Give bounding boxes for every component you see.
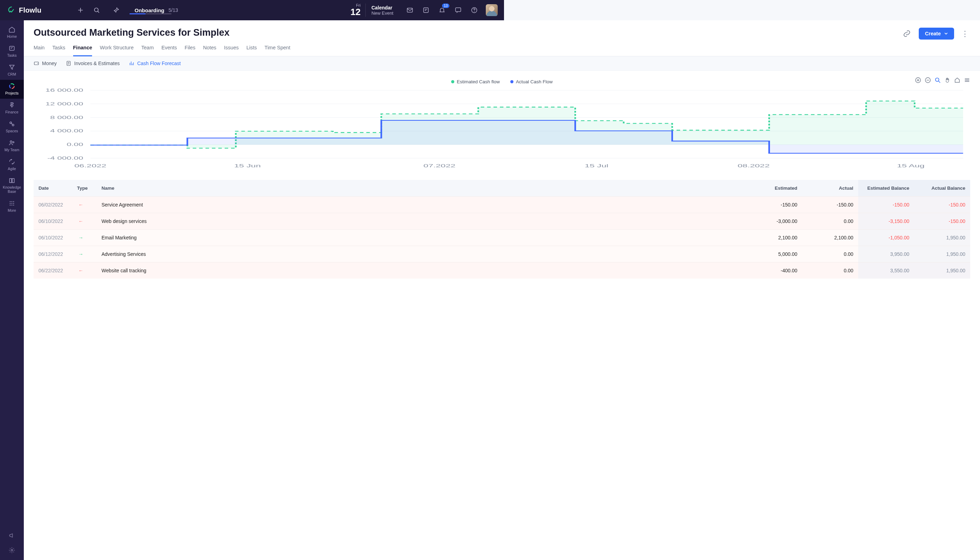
search-icon <box>93 7 100 13</box>
cell-date: 06/10/2022 <box>33 230 72 246</box>
subtab-invoices[interactable]: Invoices & Estimates <box>66 60 120 66</box>
table-row[interactable]: 06/10/2022←Web design services-3,000.000… <box>33 213 504 230</box>
tab-work-structure[interactable]: Work Structure <box>100 45 133 56</box>
date-day: 12 <box>350 7 360 17</box>
chat-button[interactable] <box>453 6 463 15</box>
tasks-icon <box>8 45 15 52</box>
subtab-label: Invoices & Estimates <box>74 60 120 66</box>
svg-text:15 Jun: 15 Jun <box>234 163 261 168</box>
sidebar-item-finance[interactable]: Finance <box>0 99 24 118</box>
date-block[interactable]: Fri 12 <box>350 3 366 17</box>
table-row[interactable]: 06/10/2022→Email Marketing2,100.002,100.… <box>33 230 504 246</box>
tab-files[interactable]: Files <box>185 45 196 56</box>
notifications-button[interactable]: 13 <box>438 6 447 15</box>
project-tabs: MainTasksFinanceWork StructureTeamEvents… <box>24 40 504 57</box>
funnel-icon <box>8 64 15 71</box>
svg-text:-4 000.00: -4 000.00 <box>47 156 83 160</box>
th-date[interactable]: Date <box>33 180 72 197</box>
chat-icon <box>455 7 462 13</box>
sidebar-item-more[interactable]: More <box>0 197 24 216</box>
th-name[interactable]: Name <box>97 180 504 197</box>
user-avatar[interactable] <box>486 4 498 16</box>
cash-flow-table: Date Type Name Estimated Actual Estimate… <box>33 180 504 278</box>
cell-type: → <box>72 246 97 262</box>
help-button[interactable] <box>470 6 479 15</box>
home-icon <box>8 26 15 33</box>
svg-point-25 <box>37 63 38 64</box>
arrow-right-icon: → <box>77 251 85 257</box>
svg-point-20 <box>10 205 11 206</box>
calendar-block[interactable]: Calendar New Event <box>372 5 393 16</box>
sidebar-item-label: More <box>8 208 16 212</box>
agile-icon <box>8 158 15 165</box>
arrow-left-icon: ← <box>77 218 85 224</box>
tab-team[interactable]: Team <box>142 45 153 56</box>
sidebar-item-agile[interactable]: Agile <box>0 155 24 174</box>
sidebar-item-label: Projects <box>5 91 18 95</box>
cell-name: Web design services <box>97 213 504 230</box>
svg-text:8 000.00: 8 000.00 <box>50 115 83 120</box>
subtab-label: Money <box>42 60 57 66</box>
subtab-label: Cash Flow Forecast <box>137 60 181 66</box>
inbox-button[interactable] <box>405 6 414 15</box>
sidebar-item-home[interactable]: Home <box>0 23 24 42</box>
grid-icon <box>8 200 15 207</box>
tab-finance[interactable]: Finance <box>73 45 92 57</box>
table-header-row: Date Type Name Estimated Actual Estimate… <box>33 180 504 197</box>
sidebar-item-kb[interactable]: Knowledge Base <box>0 174 24 197</box>
cell-date: 06/22/2022 <box>33 262 72 279</box>
brand-name: Flowlu <box>19 6 42 14</box>
tab-events[interactable]: Events <box>162 45 177 56</box>
pin-button[interactable] <box>112 6 121 15</box>
sidebar-item-label: Knowledge Base <box>0 185 24 193</box>
notepad-button[interactable] <box>422 6 430 15</box>
cell-type: ← <box>72 197 97 213</box>
subtab-money[interactable]: Money <box>33 60 57 66</box>
table-row[interactable]: 06/22/2022←Website call tracking-400.000… <box>33 262 504 279</box>
sidebar-item-tasks[interactable]: Tasks <box>0 42 24 61</box>
add-button[interactable] <box>76 6 85 15</box>
tab-tasks[interactable]: Tasks <box>52 45 65 56</box>
calendar-new-event: New Event <box>372 10 393 16</box>
legend-estimated[interactable]: Estimated Cash flow <box>451 79 500 84</box>
svg-text:06.2022: 06.2022 <box>74 163 107 168</box>
svg-point-12 <box>10 141 12 142</box>
table-row[interactable]: 06/02/2022←Service Agreement-150.00-150.… <box>33 197 504 213</box>
tab-notes[interactable]: Notes <box>203 45 216 56</box>
sidebar-item-label: Agile <box>8 167 16 171</box>
search-button[interactable] <box>92 6 101 15</box>
arrow-left-icon: ← <box>77 268 85 273</box>
note-icon <box>422 7 430 13</box>
sidebar-item-projects[interactable]: Projects <box>0 80 24 99</box>
svg-point-22 <box>13 205 14 206</box>
svg-point-16 <box>13 201 14 202</box>
sidebar-item-myteam[interactable]: My Team <box>0 137 24 155</box>
cell-type: → <box>72 230 97 246</box>
tab-issues[interactable]: Issues <box>224 45 239 56</box>
subtab-cash-flow-forecast[interactable]: Cash Flow Forecast <box>129 60 181 66</box>
tab-lists[interactable]: Lists <box>247 45 257 56</box>
onboarding-count: 5/13 <box>169 7 178 13</box>
chart-legend: Estimated Cash flow Actual Cash Flow <box>451 79 504 84</box>
tab-time-spent[interactable]: Time Spent <box>265 45 290 56</box>
cell-date: 06/10/2022 <box>33 213 72 230</box>
svg-point-13 <box>13 142 14 143</box>
sidebar-item-label: CRM <box>8 72 16 76</box>
svg-rect-6 <box>10 46 14 50</box>
brand[interactable]: Flowlu <box>8 6 42 14</box>
invoice-icon <box>66 60 72 66</box>
spaces-icon <box>8 120 15 127</box>
svg-text:0.00: 0.00 <box>67 142 83 147</box>
sidebar-item-crm[interactable]: CRM <box>0 61 24 80</box>
finance-icon <box>8 102 15 108</box>
sidebar-item-spaces[interactable]: Spaces <box>0 118 24 137</box>
onboarding-status[interactable]: Onboarding 5/13 <box>135 7 178 13</box>
svg-rect-2 <box>423 8 428 12</box>
calendar-title: Calendar <box>372 5 393 10</box>
onboarding-progress <box>130 13 172 14</box>
th-type[interactable]: Type <box>72 180 97 197</box>
tab-main[interactable]: Main <box>33 45 45 56</box>
table-row[interactable]: 06/12/2022→Advertising Services5,000.000… <box>33 246 504 262</box>
mail-icon <box>407 7 413 13</box>
svg-text:07.2022: 07.2022 <box>423 163 456 168</box>
